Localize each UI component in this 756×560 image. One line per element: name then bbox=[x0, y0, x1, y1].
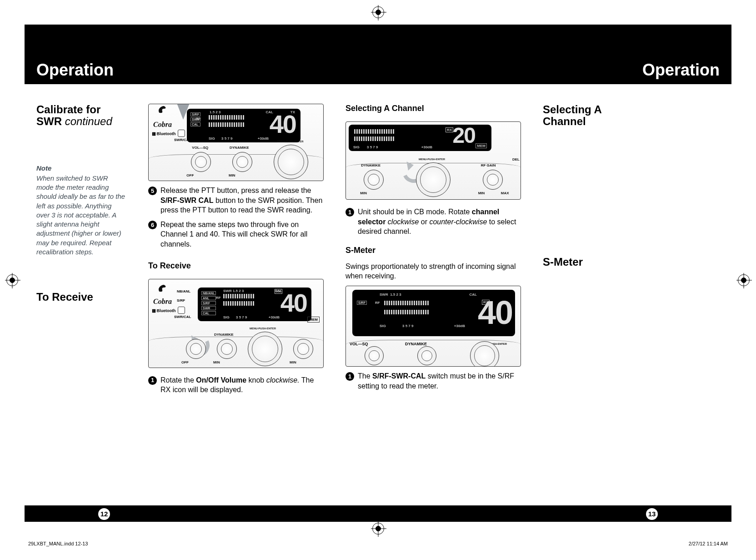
s-meter-title: S-Meter bbox=[543, 256, 626, 268]
step-number-6-icon: 6 bbox=[148, 221, 157, 229]
page-number-left: 12 bbox=[98, 508, 110, 520]
lcd-snums2: 3 5 7 9 bbox=[236, 315, 247, 319]
lcd-rf3: RF bbox=[375, 301, 380, 305]
menu-label: MENU·PUSH·ENTER bbox=[277, 140, 304, 143]
lcd-swr-scale: 1.5 2 3 bbox=[210, 110, 220, 114]
lcd-rf2: RF bbox=[216, 296, 221, 300]
dynamike-knob-icon bbox=[217, 339, 237, 359]
cobra-logo-icon bbox=[156, 281, 169, 294]
rfgain-knob-icon bbox=[483, 170, 503, 190]
dynamike-knob-icon bbox=[417, 346, 436, 365]
calibrate-title-line2: SWR bbox=[36, 115, 62, 127]
calibrate-title-line1: Calibrate for bbox=[36, 103, 100, 116]
volume-knob-icon bbox=[365, 346, 384, 365]
header-title-left: Operation bbox=[36, 61, 114, 80]
s-meter-body: Swings proportionately to strength of in… bbox=[345, 262, 521, 281]
channel-selector-knob-icon bbox=[416, 162, 451, 197]
dynamike-label-2: DYNAMIKE bbox=[214, 333, 234, 337]
registration-mark-icon bbox=[6, 274, 18, 286]
lcd-channel-number: 40 bbox=[270, 111, 296, 137]
lcd-snums4: 3 5 7 9 bbox=[402, 324, 413, 328]
s-meter-subhead: S-Meter bbox=[345, 246, 521, 255]
to-receive-step-1: Rotate the On/Off Volume knob clockwise.… bbox=[160, 375, 324, 395]
page-number-right: 13 bbox=[646, 508, 658, 520]
radio-illustration-channel-select: RX SIG 3 5 7 9 +30dB MEM 20 DYNAMIKE MIN bbox=[345, 121, 521, 200]
menu-label-2: MENU·PUSH·ENTER bbox=[250, 327, 276, 330]
lcd-anl: ANL bbox=[201, 296, 216, 300]
lcd-channel-number-4: 40 bbox=[478, 296, 512, 329]
swr-cal-label-2: SWR/CAL bbox=[174, 315, 191, 319]
min-label-3: MIN bbox=[290, 360, 296, 364]
step-number-1-icon: 1 bbox=[148, 376, 157, 385]
radio-illustration-to-receive: NB/ANLANLS/RFSWRCAL SWR 1.5 2 3 CAL RX S… bbox=[148, 279, 324, 368]
lcd-sig2: SIG bbox=[223, 315, 230, 319]
menu-knob-icon bbox=[248, 332, 282, 366]
s-meter-step-1: The S/RF-SWR-CAL switch must be in the S… bbox=[358, 371, 521, 391]
knob-icon bbox=[293, 339, 313, 359]
menu-label-3: MENU·PUSH·ENTER bbox=[419, 158, 445, 161]
calibrate-continued: continued bbox=[62, 115, 112, 127]
radio-illustration-s-meter: S/RF SWR 1.5 2 3 CAL RX RF SIG 3 5 7 9 +… bbox=[345, 286, 521, 367]
swr-cal-label: SWR/CAL bbox=[174, 138, 191, 142]
rfgain-label: RF GAIN bbox=[481, 163, 496, 167]
lcd-cal2: CAL bbox=[201, 311, 216, 315]
menu-knob-icon bbox=[274, 145, 308, 179]
radio-illustration-swr-cal: S/RFSWRCAL 1.5 2 3 CAL TX SIG +30dB RF 3… bbox=[148, 104, 324, 181]
lcd-sig3: SIG bbox=[353, 145, 360, 149]
to-receive-subhead: To Receive bbox=[148, 261, 324, 271]
swr-cal-button-icon bbox=[178, 307, 185, 314]
note-label: Note bbox=[36, 164, 126, 172]
step-number-1-icon: 1 bbox=[345, 372, 354, 381]
vol-sq-label: VOL—SQ bbox=[192, 146, 208, 150]
lcd-rx-2: RX bbox=[446, 127, 453, 132]
lcd-nbanl: NB/ANL bbox=[201, 291, 216, 295]
min-label-5: MIN bbox=[478, 191, 485, 195]
min-label-4: MIN bbox=[360, 191, 367, 195]
step-number-1-icon: 1 bbox=[345, 208, 354, 217]
mem-label: MEM bbox=[307, 317, 320, 323]
lcd-sig-label: SIG bbox=[209, 136, 215, 141]
step-number-5-icon: 5 bbox=[148, 187, 157, 195]
min-label-2: MIN bbox=[213, 360, 220, 364]
min-label: MIN bbox=[229, 173, 235, 177]
registration-mark-icon bbox=[738, 274, 750, 286]
lcd-cal3: CAL bbox=[470, 293, 477, 297]
lcd-srf-label: S/RF bbox=[190, 112, 200, 116]
header-band: Operation Operation bbox=[25, 25, 731, 84]
off-label-2: OFF bbox=[181, 360, 189, 364]
menu-knob-icon bbox=[470, 341, 499, 367]
dynamike-knob-icon bbox=[232, 152, 252, 172]
to-receive-title: To Receive bbox=[36, 291, 126, 303]
lcd-channel-number-2: 40 bbox=[280, 290, 307, 316]
registration-mark-icon bbox=[372, 6, 384, 18]
note-text: When switched to SWR mode the meter read… bbox=[36, 174, 126, 257]
lcd-channel-number-3: 20 bbox=[453, 125, 475, 146]
registration-mark-icon bbox=[372, 523, 384, 535]
del-label: DEL bbox=[512, 157, 520, 161]
sel-title-line2: Channel bbox=[543, 115, 586, 127]
max-label: MAX bbox=[501, 191, 509, 195]
lcd-mem: MEM bbox=[476, 143, 487, 148]
dynamike-label-3: DYNAMIKE bbox=[361, 163, 381, 167]
lcd-db2: +30dB bbox=[269, 315, 280, 319]
lcd-sig4: SIG bbox=[380, 324, 386, 328]
calibrate-swr-title: Calibrate for SWR continued bbox=[36, 104, 126, 128]
lcd-db-label: +30dB bbox=[258, 136, 269, 141]
cobra-logo-text-2: Cobra bbox=[153, 298, 172, 306]
lcd-cal-label: CAL bbox=[190, 122, 200, 126]
nbanl-label-outer: NB/ANL bbox=[177, 289, 190, 293]
header-title-right: Operation bbox=[642, 61, 720, 80]
step-5-text: Release the PTT button, press and releas… bbox=[160, 186, 324, 215]
lcd-s-scale: 3 5 7 9 bbox=[221, 136, 232, 141]
swr-cal-button-icon bbox=[178, 130, 185, 137]
lcd-swr2: SWR bbox=[201, 306, 216, 310]
selecting-channel-step: Unit should be in CB mode. Rotate channe… bbox=[358, 207, 521, 237]
lcd-snums3: 3 5 7 9 bbox=[367, 145, 378, 149]
bluetooth-label: Bluetooth bbox=[157, 131, 176, 136]
srf-label-outer: S/RF bbox=[177, 298, 185, 303]
cobra-logo-text: Cobra bbox=[153, 121, 172, 129]
cobra-logo-icon bbox=[156, 104, 169, 115]
slugline-date: 2/27/12 11:14 AM bbox=[689, 541, 728, 546]
lcd-rf-label: RF bbox=[196, 117, 201, 121]
lcd-srf3: S/RF bbox=[357, 301, 367, 305]
